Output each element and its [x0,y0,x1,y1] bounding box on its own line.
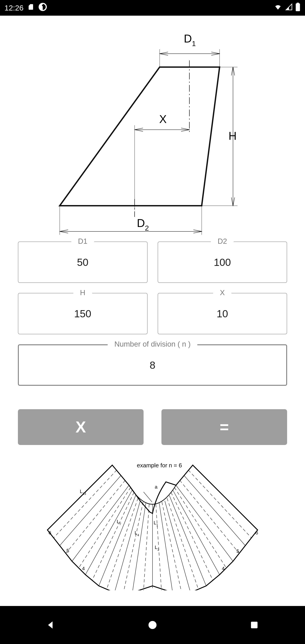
action-buttons: X = [0,402,305,447]
svg-text:D1: D1 [184,32,196,48]
svg-text:D2: D2 [137,217,149,232]
h-field[interactable]: 150 H [18,293,148,334]
svg-text:6: 6 [255,530,258,536]
svg-text:5: 5 [236,548,239,554]
d1-label: D1 [71,237,94,246]
sd-card-icon [28,3,34,13]
svg-line-49 [188,470,251,538]
svg-text:6: 6 [48,530,51,536]
home-button[interactable] [144,616,162,634]
top-diagram: D1 D2 H X [0,16,305,239]
svg-text:5: 5 [66,548,69,554]
svg-line-24 [132,503,146,590]
svg-text:L13: L13 [80,488,86,496]
svg-text:4: 4 [82,566,85,571]
content-area: D1 D2 H X 50 D1 100 D2 [0,16,305,606]
svg-text:L2: L2 [155,544,159,552]
h-label: H [73,288,92,297]
svg-line-33 [172,490,220,575]
svg-line-48 [180,480,239,554]
cell-signal-icon [285,3,293,12]
svg-text:L1: L1 [154,520,158,527]
svg-line-44 [162,502,182,590]
d2-field[interactable]: 100 D2 [158,242,287,283]
status-right [273,3,300,13]
wifi-icon [273,3,283,12]
svg-line-42 [54,470,117,538]
svg-line-31 [165,501,190,590]
svg-rect-3 [297,3,299,4]
svg-rect-2 [296,3,300,11]
svg-text:L7: L7 [117,519,121,526]
svg-marker-4 [60,67,220,206]
svg-line-35 [184,475,245,546]
svg-point-63 [148,621,156,629]
x-value: 10 [217,308,228,320]
svg-line-46 [171,492,213,580]
n-label: Number of division ( n ) [108,340,197,348]
status-time: 12:26 [4,4,24,12]
x-field[interactable]: 10 X [158,293,287,334]
svg-line-45 [167,498,198,589]
svg-line-30 [159,503,172,590]
d1-field[interactable]: 50 D1 [18,242,148,283]
d2-value: 100 [214,256,231,268]
battery-icon [295,3,300,13]
svg-line-25 [114,501,140,590]
app-icon [38,2,47,13]
svg-line-38 [107,498,138,589]
svg-line-36 [144,504,149,590]
d1-value: 50 [77,256,88,268]
clear-button[interactable]: X [18,409,144,445]
navigation-bar [0,606,305,644]
svg-text:H: H [228,130,236,142]
svg-rect-64 [251,622,257,628]
input-form: 50 D1 100 D2 150 H 10 X 8 Number of divi… [0,239,305,402]
clear-label: X [76,418,86,436]
svg-line-41 [66,480,125,554]
svg-line-39 [92,492,134,580]
svg-line-37 [124,502,143,590]
d2-label: D2 [211,237,234,246]
calc-label: = [220,418,229,436]
calculate-button[interactable]: = [162,409,287,445]
bottom-diagram: example for n = 6 [0,447,305,590]
svg-text:4: 4 [222,566,224,571]
svg-point-1 [42,5,44,6]
status-left: 12:26 [4,2,47,13]
svg-text:L4: L4 [134,530,139,537]
recents-button[interactable] [245,616,263,634]
svg-line-27 [86,490,132,575]
n-field[interactable]: 8 Number of division ( n ) [18,344,287,386]
x-label: X [213,288,232,297]
svg-text:example for n = 6: example for n = 6 [137,462,182,469]
h-value: 150 [74,308,91,320]
svg-line-50 [144,492,152,502]
svg-line-29 [60,475,121,546]
svg-text:X: X [159,113,166,126]
back-button[interactable] [42,616,60,634]
status-bar: 12:26 [0,0,305,16]
svg-text:a: a [155,484,158,490]
n-value: 8 [150,359,156,371]
